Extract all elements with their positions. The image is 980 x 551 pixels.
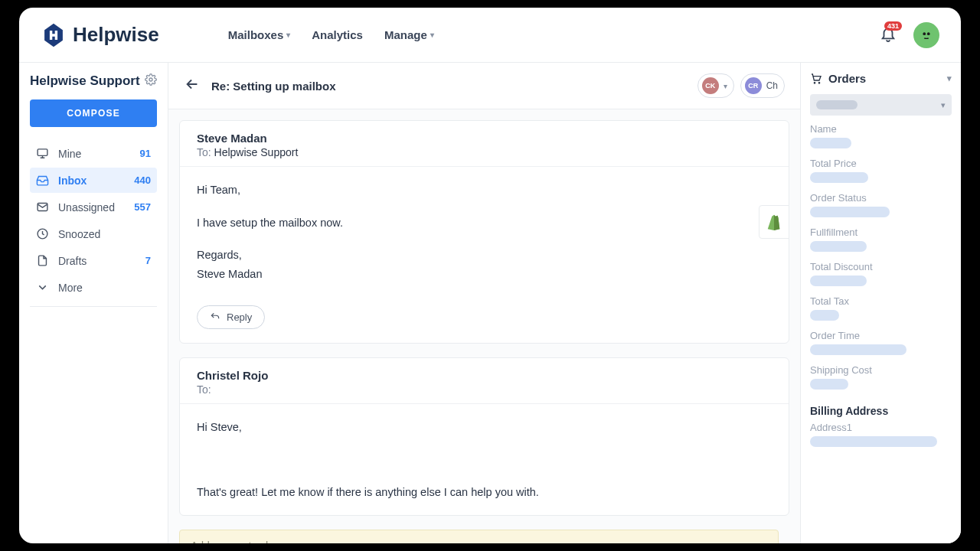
order-selector-placeholder <box>816 100 858 109</box>
message-body: Hi Steve, That's great! Let me know if t… <box>180 404 789 516</box>
sidebar: Helpwise Support COMPOSE Mine 91 Inbox 4… <box>19 63 168 543</box>
svg-point-0 <box>920 28 933 41</box>
sidebar-item-count: 557 <box>134 201 151 213</box>
field-label: Name <box>810 123 952 135</box>
field-value-placeholder <box>810 172 868 183</box>
field-label: Address1 <box>810 422 952 433</box>
body-layout: Helpwise Support COMPOSE Mine 91 Inbox 4… <box>19 63 961 543</box>
order-field: Total Discount <box>810 261 952 286</box>
cart-icon <box>810 73 822 85</box>
chevron-down-icon: ▾ <box>724 82 727 90</box>
order-selector[interactable]: ▾ <box>810 94 952 116</box>
sidebar-item-label: Inbox <box>58 174 87 187</box>
sidebar-item-count: 7 <box>145 255 151 266</box>
inbox-icon <box>36 174 49 187</box>
svg-rect-4 <box>38 149 47 156</box>
sidebar-item-mine[interactable]: Mine 91 <box>30 141 157 166</box>
shopify-integration-tab[interactable] <box>759 205 789 239</box>
sidebar-item-inbox[interactable]: Inbox 440 <box>30 168 157 193</box>
chevron-down-icon: ▾ <box>941 100 946 110</box>
compose-button[interactable]: COMPOSE <box>30 99 157 127</box>
svg-point-3 <box>149 78 152 81</box>
top-nav: Helpwise Mailboxes ▾ Analytics Manage ▾ … <box>19 8 961 63</box>
order-field: Total Price <box>810 158 952 183</box>
nav-manage[interactable]: Manage ▾ <box>384 28 434 41</box>
field-value-placeholder <box>810 344 906 355</box>
orders-title: Orders <box>828 72 866 85</box>
assignee-avatar: CK <box>702 77 719 94</box>
chevron-down-icon: ▾ <box>286 31 290 39</box>
arrow-left-icon <box>184 76 201 93</box>
field-value-placeholder <box>810 310 839 321</box>
sidebar-item-drafts[interactable]: Drafts 7 <box>30 248 157 273</box>
thread-scroll[interactable]: Steve Madan To: Helpwise Support Hi Team… <box>168 109 800 543</box>
sidebar-item-snoozed[interactable]: Snoozed <box>30 221 157 246</box>
message-from: Steve Madan <box>197 132 772 145</box>
order-field: Address1 <box>810 422 952 447</box>
message-card: Steve Madan To: Helpwise Support Hi Team… <box>179 120 789 344</box>
envelope-icon <box>36 201 49 214</box>
message-header: Steve Madan To: Helpwise Support <box>180 121 789 167</box>
svg-point-1 <box>923 32 926 35</box>
field-label: Total Discount <box>810 261 952 272</box>
nav-mailboxes[interactable]: Mailboxes ▾ <box>228 28 291 41</box>
avatar-face-icon <box>918 27 935 44</box>
nav-analytics[interactable]: Analytics <box>312 28 363 41</box>
notifications-button[interactable]: 431 <box>880 25 897 45</box>
assignee-name: Ch <box>766 80 778 91</box>
order-field: Shipping Cost <box>810 364 952 390</box>
sidebar-item-label: Drafts <box>58 255 87 267</box>
chevron-down-icon: ▾ <box>947 73 952 83</box>
shopify-icon <box>766 213 782 231</box>
field-label: Order Status <box>810 192 952 204</box>
thread-subject: Re: Setting up mailbox <box>211 80 336 93</box>
field-label: Total Price <box>810 158 952 169</box>
back-button[interactable] <box>184 76 201 96</box>
field-value-placeholder <box>810 379 848 390</box>
notes-placeholder: Add your notes here... <box>191 540 296 543</box>
order-field: Fullfillment <box>810 227 952 252</box>
svg-point-2 <box>927 32 930 35</box>
notes-input[interactable]: Add your notes here... <box>179 530 779 543</box>
app-window: Helpwise Mailboxes ▾ Analytics Manage ▾ … <box>19 8 961 543</box>
order-field: Order Time <box>810 330 952 355</box>
user-avatar[interactable] <box>913 22 939 48</box>
field-label: Fullfillment <box>810 227 952 238</box>
field-label: Order Time <box>810 330 952 341</box>
order-field: Total Tax <box>810 295 952 321</box>
field-value-placeholder <box>810 276 867 286</box>
assignee-pill[interactable]: CR Ch <box>740 73 785 98</box>
nav-links: Mailboxes ▾ Analytics Manage ▾ <box>228 28 434 41</box>
sidebar-item-label: Unassigned <box>58 201 115 214</box>
sidebar-item-unassigned[interactable]: Unassigned 557 <box>30 194 157 220</box>
chevron-down-icon: ▾ <box>430 31 434 39</box>
orders-panel: Orders ▾ ▾ Name Total Price Order Status… <box>800 63 961 543</box>
message-header: Christel Rojo To: <box>180 358 789 404</box>
reply-icon <box>210 311 220 322</box>
message-card: Christel Rojo To: Hi Steve, That's great… <box>179 357 789 517</box>
sidebar-item-count: 440 <box>134 174 151 186</box>
sidebar-item-more[interactable]: More <box>30 275 157 300</box>
field-value-placeholder <box>810 138 851 148</box>
billing-section-title: Billing Address <box>810 405 952 417</box>
settings-gear-icon[interactable] <box>145 73 157 89</box>
order-field: Name <box>810 123 952 148</box>
svg-point-8 <box>818 82 819 83</box>
sidebar-item-count: 91 <box>140 148 151 159</box>
orders-header[interactable]: Orders ▾ <box>810 72 952 94</box>
sidebar-header: Helpwise Support <box>30 73 157 89</box>
sidebar-nav: Mine 91 Inbox 440 Unassigned 557 Snoozed <box>30 141 157 300</box>
brand-logo[interactable]: Helpwise <box>41 22 159 48</box>
order-field: Order Status <box>810 192 952 217</box>
sidebar-item-label: Mine <box>58 148 81 160</box>
field-value-placeholder <box>810 241 867 252</box>
field-value-placeholder <box>810 207 890 217</box>
assignee-pill[interactable]: CK ▾ <box>697 73 734 98</box>
mailbox-title: Helpwise Support <box>30 73 140 89</box>
reply-row: Reply <box>180 298 789 343</box>
notification-count-badge: 431 <box>884 21 902 31</box>
message-to: To: Helpwise Support <box>197 146 772 158</box>
thread-header: Re: Setting up mailbox CK ▾ CR Ch <box>168 63 800 109</box>
brand-name: Helpwise <box>73 23 159 47</box>
reply-button[interactable]: Reply <box>197 305 265 329</box>
